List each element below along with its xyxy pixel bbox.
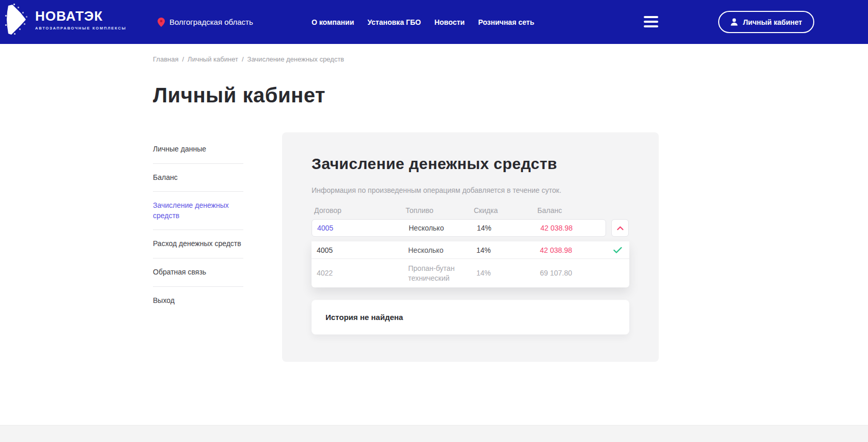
sidebar-item-spending[interactable]: Расход денежных средств xyxy=(153,230,243,258)
region-selector[interactable]: Волгоградская область xyxy=(158,0,253,44)
nav-gbo[interactable]: Установка ГБО xyxy=(367,18,421,26)
option-balance: 69 107.80 xyxy=(540,268,622,278)
chevron-up-icon xyxy=(617,226,624,231)
breadcrumb-home[interactable]: Главная xyxy=(153,55,178,63)
col-header-balance: Баланс xyxy=(537,206,629,215)
nav-news[interactable]: Новости xyxy=(435,18,465,26)
dropdown-collapse-button[interactable] xyxy=(611,219,629,237)
page-footer xyxy=(0,425,868,442)
history-empty-message: История не найдена xyxy=(326,313,403,322)
page-title: Личный кабинет xyxy=(153,84,326,107)
user-icon xyxy=(731,18,738,26)
contract-dropdown: 4005 Несколько 14% 42 038.98 4022 Пропан… xyxy=(312,241,629,287)
sidebar-item-crediting[interactable]: Зачисление денежных средств xyxy=(153,192,243,230)
option-fuel: Пропан-бутан технический xyxy=(408,264,476,283)
breadcrumb: Главная/Личный кабинет/Зачисление денежн… xyxy=(153,55,344,63)
option-contract: 4022 xyxy=(317,268,408,278)
crediting-panel: Зачисление денежных средств Информация п… xyxy=(282,132,659,362)
novatek-flame-icon xyxy=(5,4,28,36)
account-button-label: Личный кабинет xyxy=(743,18,802,26)
contract-select[interactable]: 4005 Несколько 14% 42 038.98 xyxy=(312,219,606,237)
nav-about[interactable]: О компании xyxy=(312,18,354,26)
sidebar-item-feedback[interactable]: Обратная связь xyxy=(153,258,243,287)
breadcrumb-current: Зачисление денежных средств xyxy=(247,55,344,63)
option-contract: 4005 xyxy=(317,246,408,254)
hamburger-menu-icon[interactable] xyxy=(644,16,658,27)
selected-contract: 4005 xyxy=(317,224,409,232)
nav-retail[interactable]: Розничная сеть xyxy=(478,18,534,26)
sidebar-item-logout[interactable]: Выход xyxy=(153,287,243,315)
table-header-row: Договор Топливо Скидка Баланс xyxy=(312,206,629,215)
option-fuel: Несколько xyxy=(408,246,476,254)
breadcrumb-account[interactable]: Личный кабинет xyxy=(188,55,238,63)
selected-fuel: Несколько xyxy=(409,224,477,232)
option-discount: 14% xyxy=(476,246,540,254)
panel-heading: Зачисление денежных средств xyxy=(312,155,629,173)
col-header-contract: Договор xyxy=(314,206,406,215)
brand-tagline: АВТОЗАПРАВОЧНЫЕ КОМПЛЕКСЫ xyxy=(35,26,127,31)
panel-note: Информация по произведенным операциям до… xyxy=(312,186,629,194)
selected-discount: 14% xyxy=(477,224,540,232)
option-balance: 42 038.98 xyxy=(540,246,622,254)
region-label: Волгоградская область xyxy=(169,18,253,26)
selected-balance: 42 038.98 xyxy=(540,224,606,232)
dropdown-option-4022[interactable]: 4022 Пропан-бутан технический 14% 69 107… xyxy=(312,259,629,287)
check-icon xyxy=(613,247,622,253)
location-pin-icon xyxy=(158,18,165,27)
brand-logo[interactable]: НОВАТЭК АВТОЗАПРАВОЧНЫЕ КОМПЛЕКСЫ xyxy=(5,4,127,36)
col-header-fuel: Топливо xyxy=(406,206,474,215)
history-empty-box: История не найдена xyxy=(312,300,629,334)
main-nav: О компании Установка ГБО Новости Розничн… xyxy=(312,0,534,44)
account-button[interactable]: Личный кабинет xyxy=(718,11,814,33)
dropdown-option-4005[interactable]: 4005 Несколько 14% 42 038.98 xyxy=(312,241,629,259)
sidebar-item-balance[interactable]: Баланс xyxy=(153,164,243,192)
sidebar-item-personal-data[interactable]: Личные данные xyxy=(153,135,243,164)
brand-name: НОВАТЭК xyxy=(35,9,127,24)
top-header: НОВАТЭК АВТОЗАПРАВОЧНЫЕ КОМПЛЕКСЫ Волгог… xyxy=(0,0,868,44)
col-header-discount: Скидка xyxy=(474,206,537,215)
option-discount: 14% xyxy=(476,268,540,278)
account-sidebar: Личные данные Баланс Зачисление денежных… xyxy=(153,135,243,314)
